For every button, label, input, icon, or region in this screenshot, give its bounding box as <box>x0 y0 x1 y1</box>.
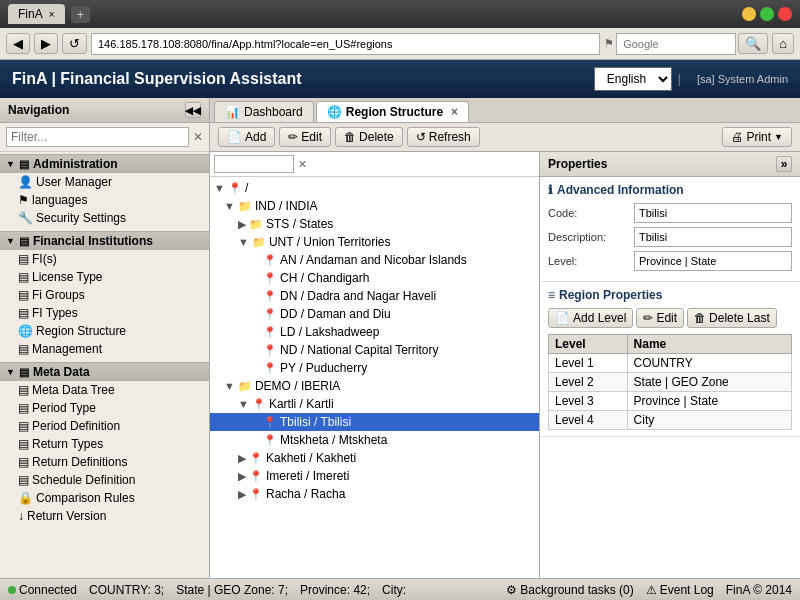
sidebar-section-meta-header[interactable]: ▼ ▤ Meta Data <box>0 362 209 381</box>
sidebar-item-return-version[interactable]: ↓ Return Version <box>14 507 209 525</box>
meta-data-tree-icon: ▤ <box>18 383 29 397</box>
bg-tasks-status[interactable]: ⚙ Background tasks (0) <box>506 583 633 597</box>
close-button[interactable] <box>778 7 792 21</box>
reload-button[interactable]: ↺ <box>62 33 87 54</box>
language-select[interactable]: English <box>594 67 672 91</box>
tree-node-nd[interactable]: ▶ 📍 ND / National Capital Territory <box>210 341 539 359</box>
refresh-button[interactable]: ↺ Refresh <box>407 127 480 147</box>
browser-tab-active[interactable]: FinA × <box>8 4 65 24</box>
tree-node-kakheti[interactable]: ▶ 📍 Kakheti / Kakheti <box>210 449 539 467</box>
info-icon: ℹ <box>548 183 553 197</box>
edit-button[interactable]: ✏ Edit <box>279 127 331 147</box>
province-status: Province: 42; <box>300 583 370 597</box>
table-row[interactable]: Level 2 State | GEO Zone <box>549 373 792 392</box>
search-button[interactable]: 🔍 <box>738 33 768 54</box>
mtskheta-loc-icon: 📍 <box>263 434 277 447</box>
sidebar-item-user-manager[interactable]: 👤 User Manager <box>14 173 209 191</box>
search-input[interactable] <box>616 33 736 55</box>
add-button[interactable]: 📄 Add <box>218 127 275 147</box>
properties-expand-button[interactable]: » <box>776 156 792 172</box>
tree-node-root[interactable]: ▼ 📍 / <box>210 179 539 197</box>
level-cell: Level 3 <box>549 392 628 411</box>
tree-node-an[interactable]: ▶ 📍 AN / Andaman and Nicobar Islands <box>210 251 539 269</box>
sidebar-item-management[interactable]: ▤ Management <box>14 340 209 358</box>
advanced-information-section: ℹ Advanced Information Code: Description… <box>540 177 800 282</box>
sidebar-item-return-definitions[interactable]: ▤ Return Definitions <box>14 453 209 471</box>
tree-node-unt[interactable]: ▼ 📁 UNT / Union Territories <box>210 233 539 251</box>
sidebar-item-return-types[interactable]: ▤ Return Types <box>14 435 209 453</box>
add-level-button[interactable]: 📄 Add Level <box>548 308 633 328</box>
fi-types-icon: ▤ <box>18 306 29 320</box>
tree-search-close[interactable]: ✕ <box>298 158 307 171</box>
sidebar-item-comparison-rules[interactable]: 🔒 Comparison Rules <box>14 489 209 507</box>
nd-expand-icon: ▶ <box>252 344 260 357</box>
sidebar-item-period-type[interactable]: ▤ Period Type <box>14 399 209 417</box>
sidebar-item-period-definition[interactable]: ▤ Period Definition <box>14 417 209 435</box>
minimize-button[interactable] <box>742 7 756 21</box>
print-button[interactable]: 🖨 Print ▼ <box>722 127 792 147</box>
tree-node-py[interactable]: ▶ 📍 PY / Puducherry <box>210 359 539 377</box>
ch-loc-icon: 📍 <box>263 272 277 285</box>
sidebar-item-meta-data-tree[interactable]: ▤ Meta Data Tree <box>14 381 209 399</box>
bg-tasks-icon: ⚙ <box>506 583 517 597</box>
description-input[interactable] <box>634 227 792 247</box>
tree-node-racha[interactable]: ▶ 📍 Racha / Racha <box>210 485 539 503</box>
tree-node-mtskheta[interactable]: ▶ 📍 Mtskheta / Mtskheta <box>210 431 539 449</box>
forward-button[interactable]: ▶ <box>34 33 58 54</box>
description-label: Description: <box>548 231 628 243</box>
sidebar-item-region-structure[interactable]: 🌐 Region Structure <box>14 322 209 340</box>
home-button[interactable]: ⌂ <box>772 33 794 54</box>
tree-node-ch[interactable]: ▶ 📍 CH / Chandigarh <box>210 269 539 287</box>
sidebar-filter-clear[interactable]: ✕ <box>193 130 203 144</box>
event-log-status[interactable]: ⚠ Event Log <box>646 583 714 597</box>
tree-search-input[interactable] <box>214 155 294 173</box>
tree-node-demo[interactable]: ▼ 📁 DEMO / IBERIA <box>210 377 539 395</box>
ind-expand-icon: ▼ <box>224 200 235 212</box>
name-cell: State | GEO Zone <box>627 373 791 392</box>
tree-node-imereti[interactable]: ▶ 📍 Imereti / Imereti <box>210 467 539 485</box>
advanced-info-title: ℹ Advanced Information <box>548 183 792 197</box>
delete-button[interactable]: 🗑 Delete <box>335 127 403 147</box>
administration-icon: ▤ <box>19 158 29 171</box>
split-pane: ✕ ▼ 📍 / ▼ 📁 IND / INDIA <box>210 152 800 578</box>
table-row[interactable]: Level 1 COUNTRY <box>549 354 792 373</box>
level-input[interactable] <box>634 251 792 271</box>
sidebar-item-schedule-definition[interactable]: ▤ Schedule Definition <box>14 471 209 489</box>
sidebar-item-fi-s[interactable]: ▤ FI(s) <box>14 250 209 268</box>
tree-node-ind[interactable]: ▼ 📁 IND / INDIA <box>210 197 539 215</box>
address-bar[interactable] <box>91 33 600 55</box>
print-dropdown-icon: ▼ <box>774 132 783 142</box>
tab-dashboard[interactable]: 📊 Dashboard <box>214 101 314 122</box>
sidebar-section-fi-header[interactable]: ▼ ▤ Financial Institutions <box>0 231 209 250</box>
sidebar-item-fi-types[interactable]: ▤ FI Types <box>14 304 209 322</box>
tree-node-sts[interactable]: ▶ 📁 STS / States <box>210 215 539 233</box>
back-button[interactable]: ◀ <box>6 33 30 54</box>
tree-node-dn[interactable]: ▶ 📍 DN / Dadra and Nagar Haveli <box>210 287 539 305</box>
sidebar-section-administration-header[interactable]: ▼ ▤ Administration <box>0 154 209 173</box>
dashboard-tab-icon: 📊 <box>225 105 240 119</box>
region-edit-button[interactable]: ✏ Edit <box>636 308 684 328</box>
table-row[interactable]: Level 3 Province | State <box>549 392 792 411</box>
tree-node-tbilisi[interactable]: ▶ 📍 Tbilisi / Tbilisi <box>210 413 539 431</box>
name-cell: Province | State <box>627 392 791 411</box>
sidebar-filter-input[interactable] <box>6 127 189 147</box>
tree-node-kartli[interactable]: ▼ 📍 Kartli / Kartli <box>210 395 539 413</box>
code-input[interactable] <box>634 203 792 223</box>
sidebar-item-license-type[interactable]: ▤ License Type <box>14 268 209 286</box>
maximize-button[interactable] <box>760 7 774 21</box>
tab-region-structure[interactable]: 🌐 Region Structure × <box>316 101 469 122</box>
tree-node-dd[interactable]: ▶ 📍 DD / Daman and Diu <box>210 305 539 323</box>
delete-last-button[interactable]: 🗑 Delete Last <box>687 308 777 328</box>
sidebar-item-fi-groups[interactable]: ▤ Fi Groups <box>14 286 209 304</box>
ind-folder-icon: 📁 <box>238 200 252 213</box>
new-tab-button[interactable]: + <box>71 6 91 23</box>
table-row[interactable]: Level 4 City <box>549 411 792 430</box>
dd-label: DD / Daman and Diu <box>280 307 391 321</box>
region-structure-tab-close[interactable]: × <box>451 105 458 119</box>
sidebar-item-security-settings[interactable]: 🔧 Security Settings <box>14 209 209 227</box>
kartli-loc-icon: 📍 <box>252 398 266 411</box>
browser-tab-close[interactable]: × <box>49 9 55 20</box>
sidebar-item-languages[interactable]: ⚑ languages <box>14 191 209 209</box>
tree-node-ld[interactable]: ▶ 📍 LD / Lakshadweep <box>210 323 539 341</box>
sidebar-collapse-button[interactable]: ◀◀ <box>185 102 201 118</box>
